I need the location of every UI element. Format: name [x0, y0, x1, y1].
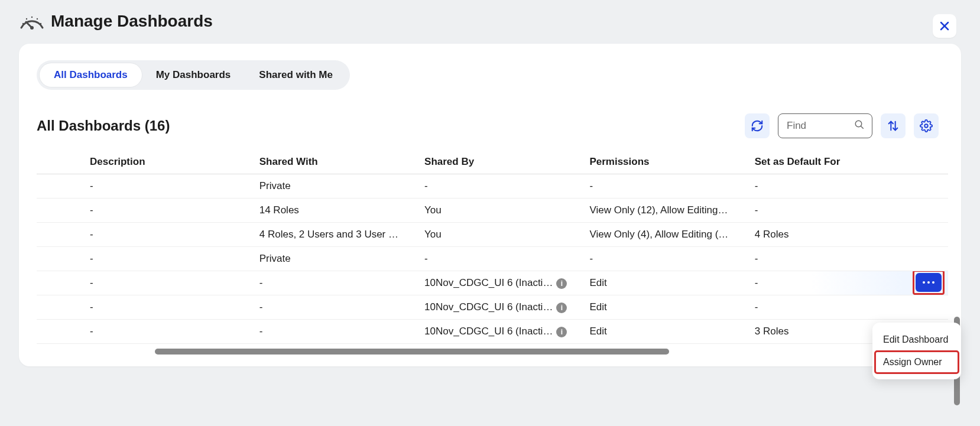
table-row[interactable]: --10Nov_CDGC_UI 6 (Inacti…iEdit- [37, 295, 948, 320]
svg-point-2 [22, 23, 24, 24]
svg-line-10 [861, 126, 864, 129]
cell-permissions: - [585, 174, 749, 199]
table-row[interactable]: --10Nov_CDGC_UI 6 (Inacti…iEdit3 Roles [37, 320, 948, 344]
cell-description: - [37, 271, 255, 295]
cell-description: - [37, 247, 255, 271]
cell-description: - [37, 320, 255, 344]
col-header-description[interactable]: Description [37, 150, 255, 174]
table-row[interactable]: --10Nov_CDGC_UI 6 (Inacti…iEdit- [37, 271, 948, 295]
info-icon[interactable]: i [556, 278, 567, 289]
cell-permissions: Edit [585, 271, 749, 295]
row-context-menu: Edit Dashboard Assign Owner [872, 323, 961, 379]
tab-my-dashboards[interactable]: My Dashboards [142, 63, 245, 87]
tab-all-dashboards[interactable]: All Dashboards [40, 63, 142, 87]
cell-set-default: - [750, 174, 895, 199]
svg-point-6 [40, 23, 41, 24]
cell-shared-by: 10Nov_CDGC_UI 6 (Inacti…i [420, 295, 585, 320]
cell-description: - [37, 174, 255, 199]
svg-point-3 [26, 18, 27, 19]
cell-permissions: Edit [585, 295, 749, 320]
page-header: Manage Dashboards [19, 12, 961, 31]
cell-permissions: View Only (12), Allow Editing… [585, 199, 749, 223]
table-row[interactable]: -14 RolesYouView Only (12), Allow Editin… [37, 199, 948, 223]
col-header-shared-by[interactable]: Shared By [420, 150, 585, 174]
cell-shared-with: 4 Roles, 2 Users and 3 User … [255, 223, 420, 247]
cell-shared-with: - [255, 295, 420, 320]
settings-button[interactable] [914, 113, 939, 138]
cell-permissions: - [585, 247, 749, 271]
cell-permissions: Edit [585, 320, 749, 344]
sort-button[interactable] [881, 113, 906, 138]
cell-set-default: - [750, 295, 895, 320]
cell-actions [895, 247, 948, 271]
page-title: Manage Dashboards [51, 12, 213, 31]
cell-description: - [37, 223, 255, 247]
close-button[interactable] [933, 14, 956, 38]
cell-set-default: 4 Roles [750, 223, 895, 247]
menu-assign-owner[interactable]: Assign Owner [875, 351, 959, 373]
svg-point-5 [37, 18, 38, 19]
section-title: All Dashboards (16) [37, 118, 745, 134]
cell-set-default: - [750, 199, 895, 223]
search-input[interactable] [786, 119, 854, 132]
search-icon [854, 119, 865, 132]
col-header-shared-with[interactable]: Shared With [255, 150, 420, 174]
cell-description: - [37, 295, 255, 320]
svg-point-4 [31, 17, 33, 18]
svg-line-1 [26, 22, 32, 28]
cell-shared-with: Private [255, 247, 420, 271]
cell-set-default: - [750, 247, 895, 271]
refresh-button[interactable] [745, 113, 770, 138]
cell-shared-with: - [255, 271, 420, 295]
close-icon [939, 21, 950, 31]
cell-shared-by: You [420, 223, 585, 247]
cell-actions [895, 223, 948, 247]
col-header-set-default[interactable]: Set as Default For [750, 150, 895, 174]
cell-permissions: View Only (4), Allow Editing (… [585, 223, 749, 247]
gauge-icon [19, 12, 45, 30]
table-row[interactable]: -Private--- [37, 247, 948, 271]
main-panel: All Dashboards My Dashboards Shared with… [19, 44, 961, 366]
tab-shared-with-me[interactable]: Shared with Me [245, 63, 347, 87]
cell-shared-by: 10Nov_CDGC_UI 6 (Inacti…i [420, 271, 585, 295]
table-row[interactable]: -4 Roles, 2 Users and 3 User …YouView On… [37, 223, 948, 247]
cell-actions [895, 174, 948, 199]
cell-description: - [37, 199, 255, 223]
svg-point-13 [924, 124, 928, 128]
cell-actions [895, 271, 948, 295]
info-icon[interactable]: i [556, 303, 567, 313]
cell-shared-with: - [255, 320, 420, 344]
search-box[interactable] [778, 113, 872, 138]
cell-shared-by: 10Nov_CDGC_UI 6 (Inacti…i [420, 320, 585, 344]
col-header-permissions[interactable]: Permissions [585, 150, 749, 174]
more-actions-button[interactable] [916, 273, 942, 292]
cell-actions [895, 199, 948, 223]
cell-shared-by: - [420, 174, 585, 199]
cell-shared-with: Private [255, 174, 420, 199]
horizontal-scrollbar[interactable] [155, 349, 669, 355]
gear-icon [920, 119, 933, 132]
cell-actions [895, 295, 948, 320]
cell-shared-by: You [420, 199, 585, 223]
cell-shared-by: - [420, 247, 585, 271]
svg-point-9 [855, 121, 862, 127]
dashboards-table: Description Shared With Shared By Permis… [37, 150, 948, 344]
sort-icon [887, 119, 900, 132]
menu-edit-dashboard[interactable]: Edit Dashboard [875, 329, 959, 351]
refresh-icon [751, 119, 764, 132]
table-row[interactable]: -Private--- [37, 174, 948, 199]
cell-set-default: - [750, 271, 895, 295]
info-icon[interactable]: i [556, 327, 567, 337]
cell-shared-with: 14 Roles [255, 199, 420, 223]
tabs-container: All Dashboards My Dashboards Shared with… [37, 60, 350, 90]
